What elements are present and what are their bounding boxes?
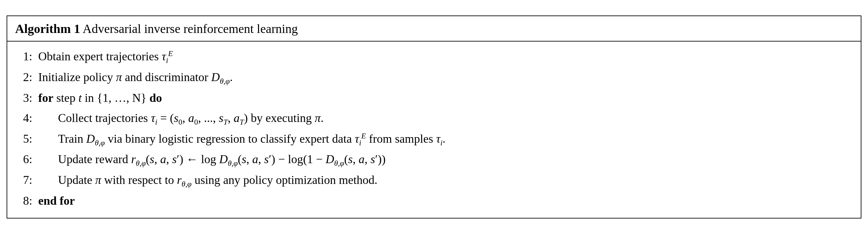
line-number: 2:	[15, 67, 38, 87]
line-number: 5:	[15, 129, 38, 149]
algo-line-6: 6:Update reward rθ,φ(s, a, s′) ← log Dθ,…	[15, 150, 853, 170]
line-content: end for	[38, 191, 853, 211]
line-number: 6:	[15, 150, 38, 169]
algorithm-box: Algorithm 1 Adversarial inverse reinforc…	[7, 16, 861, 219]
line-content: Obtain expert trajectories τiE	[38, 47, 853, 67]
algo-line-4: 4:Collect trajectories τi = (s0, a0, ...…	[15, 109, 853, 128]
algo-line-7: 7:Update π with respect to rθ,φ using an…	[15, 170, 853, 191]
algorithm-label: Algorithm 1	[15, 22, 80, 36]
algo-line-5: 5:Train Dθ,φ via binary logistic regress…	[15, 129, 853, 149]
line-content: for step t in {1, …, N} do	[38, 88, 853, 108]
algo-line-1: 1:Obtain expert trajectories τiE	[15, 47, 853, 67]
line-content: Collect trajectories τi = (s0, a0, ..., …	[38, 109, 853, 128]
algo-line-3: 3:for step t in {1, …, N} do	[15, 88, 853, 108]
line-content: Update reward rθ,φ(s, a, s′) ← log Dθ,φ(…	[38, 150, 853, 170]
line-number: 3:	[15, 88, 38, 108]
line-number: 8:	[15, 191, 38, 211]
line-content: Update π with respect to rθ,φ using any …	[38, 170, 853, 191]
algorithm-header: Algorithm 1 Adversarial inverse reinforc…	[7, 16, 861, 41]
line-content: Initialize policy π and discriminator Dθ…	[38, 67, 853, 88]
algo-line-8: 8:end for	[15, 191, 853, 211]
algorithm-title: Adversarial inverse reinforcement learni…	[83, 22, 298, 36]
line-number: 7:	[15, 170, 38, 190]
line-number: 4:	[15, 109, 38, 128]
algorithm-body: 1:Obtain expert trajectories τiE2:Initia…	[7, 41, 861, 218]
algo-line-2: 2:Initialize policy π and discriminator …	[15, 67, 853, 88]
line-content: Train Dθ,φ via binary logistic regressio…	[38, 129, 853, 149]
line-number: 1:	[15, 47, 38, 66]
